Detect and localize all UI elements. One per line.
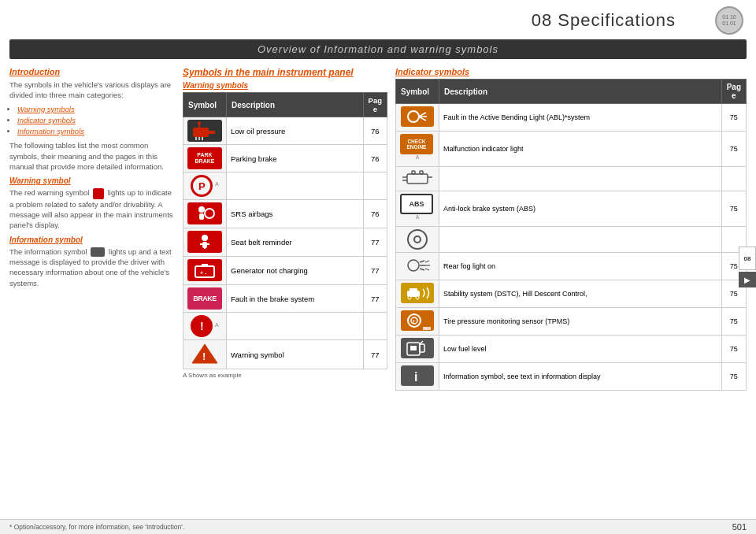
description-cell-oil: Low oil pressure xyxy=(227,117,364,145)
abs-symbol: ABS xyxy=(400,194,433,214)
table-row: Fault in the Active Bending Light (ABL)*… xyxy=(396,104,747,132)
col-description: Description xyxy=(227,93,364,117)
chapter-tab[interactable]: 08 xyxy=(739,247,756,270)
svg-rect-23 xyxy=(401,106,434,127)
page-number: 501 xyxy=(732,522,747,532)
warning-symbol-title: Warning symbol xyxy=(9,176,175,185)
bullet-warning: Warning symbols xyxy=(17,104,175,115)
oil-pressure-symbol xyxy=(187,120,222,142)
svg-point-12 xyxy=(202,235,208,241)
ind-symbol-tpms: ! xyxy=(396,308,439,336)
description-cell-p xyxy=(227,172,364,200)
table-row: Low fuel level 75 xyxy=(396,336,747,363)
svg-text:+  -: + - xyxy=(200,270,207,276)
main-content: Introduction The symbols in the vehicle'… xyxy=(0,61,756,524)
parking-brake-symbol: PARKBRAKE xyxy=(187,147,222,169)
svg-rect-1 xyxy=(209,131,215,134)
circle-warn-symbol: ! xyxy=(191,315,213,337)
p-symbol: P xyxy=(191,175,213,197)
brake-symbol: BRAKE xyxy=(187,287,222,310)
warning-icon-inline xyxy=(93,188,104,199)
table-row: + - Generator not charging 77 xyxy=(183,257,387,285)
description-cell-srs: SRS airbags xyxy=(227,200,364,228)
seatbelt-symbol xyxy=(187,231,222,253)
svg-point-37 xyxy=(408,260,419,271)
ind-desc-tpms: Tire pressure monitoring sensor (TPMS) xyxy=(439,308,722,336)
ind-symbol-engine xyxy=(396,167,439,191)
next-arrow[interactable]: ▶ xyxy=(739,272,756,287)
ind-desc-abs-circle xyxy=(439,227,722,253)
fuel-icon xyxy=(401,338,434,358)
ind-desc-fuel: Low fuel level xyxy=(439,336,722,363)
page-title: 08 Specifications xyxy=(0,10,715,31)
table-row: CHECKENGINE A Malfunction indicator ligh… xyxy=(396,132,747,167)
ind-symbol-fuel xyxy=(396,336,439,363)
ind-desc-info: Information symbol, see text in informat… xyxy=(439,363,722,391)
table-row: ! Warning symbol 77 xyxy=(183,340,387,369)
table-row: P A xyxy=(183,172,387,200)
ind-symbol-check-engine: CHECKENGINE A xyxy=(396,132,439,167)
svg-point-48 xyxy=(416,296,419,299)
ind-symbol-info: i xyxy=(396,363,439,391)
ind-col-description: Description xyxy=(439,80,722,104)
page-cell-p xyxy=(363,172,387,200)
ind-desc-abl: Fault in the Active Bending Light (ABL)*… xyxy=(439,104,722,132)
battery-symbol: + - xyxy=(187,259,222,281)
right-sidebar: 08 ▶ xyxy=(739,247,756,287)
table-row: Low oil pressure 76 xyxy=(183,117,387,145)
description-cell-triangle: Warning symbol xyxy=(227,340,364,369)
svg-rect-31 xyxy=(407,174,428,184)
ind-symbol-abl xyxy=(396,104,439,132)
svg-rect-33 xyxy=(420,171,423,174)
page-header: 08 Specifications 01 10 01 01 xyxy=(0,0,756,38)
srs-airbag-icon xyxy=(191,203,219,224)
ind-page-info: 75 xyxy=(721,363,746,391)
table-row: i Information symbol, see text in inform… xyxy=(396,363,747,391)
info-symbol-icon: i xyxy=(401,365,434,386)
body-text: The following tables list the most commo… xyxy=(9,140,175,172)
ind-page-check-engine: 75 xyxy=(721,132,746,167)
page-banner: Overview of Information and warning symb… xyxy=(9,39,747,59)
svg-rect-19 xyxy=(205,264,208,266)
page-cell-seat: 77 xyxy=(363,228,387,257)
description-cell-park: Parking brake xyxy=(227,145,364,172)
srs-symbol xyxy=(187,202,222,224)
symbol-cell-srs xyxy=(183,200,227,228)
category-list: Warning symbols Indicator symbols Inform… xyxy=(17,104,175,138)
table-row: Seat belt reminder 77 xyxy=(183,228,387,257)
warning-symbol-text: The red warning symbol lights up to indi… xyxy=(9,187,175,230)
table-row: Rear fog light on 75 xyxy=(396,253,747,280)
ind-page-abs: 75 xyxy=(721,191,746,227)
ind-page-abl: 75 xyxy=(721,104,746,132)
right-column: Indicator symbols Symbol Description Pag… xyxy=(395,67,747,517)
ind-symbol-stability xyxy=(396,280,439,308)
svg-point-3 xyxy=(198,121,201,124)
bullet-indicator: Indicator symbols xyxy=(17,115,175,126)
check-engine-symbol: CHECKENGINE xyxy=(400,134,433,154)
ind-desc-fog: Rear fog light on xyxy=(439,253,722,280)
warning-symbols-label: Warning symbols xyxy=(183,81,387,90)
svg-rect-18 xyxy=(202,264,205,266)
ind-page-fuel: 75 xyxy=(721,336,746,363)
svg-line-40 xyxy=(420,269,424,270)
info-symbol-title: Information symbol xyxy=(9,235,175,244)
ind-desc-abs: Anti-lock brake system (ABS) xyxy=(439,191,722,227)
table-row: BRAKE Fault in the brake system 77 xyxy=(183,285,387,313)
svg-line-43 xyxy=(425,269,429,270)
symbol-cell-p: P A xyxy=(183,172,227,200)
info-icon-inline xyxy=(91,247,105,257)
svg-rect-46 xyxy=(410,288,417,292)
middle-title: Symbols in the main instrument panel xyxy=(183,67,387,78)
info-symbol-text: The information symbol lights up and a t… xyxy=(9,247,175,288)
left-column: Introduction The symbols in the vehicle'… xyxy=(9,67,175,517)
svg-line-38 xyxy=(420,261,424,262)
intro-title: Introduction xyxy=(9,67,175,76)
page-cell-park: 76 xyxy=(363,145,387,172)
tpms-icon: ! xyxy=(401,310,434,331)
page-cell-triangle: 77 xyxy=(363,340,387,369)
table-row: ! Tire pressure monitoring sensor (TPMS)… xyxy=(396,308,747,336)
description-cell-seat: Seat belt reminder xyxy=(227,228,364,257)
ind-symbol-abs: ABS A xyxy=(396,191,439,227)
symbol-cell-seat xyxy=(183,228,227,257)
svg-line-41 xyxy=(425,261,429,262)
